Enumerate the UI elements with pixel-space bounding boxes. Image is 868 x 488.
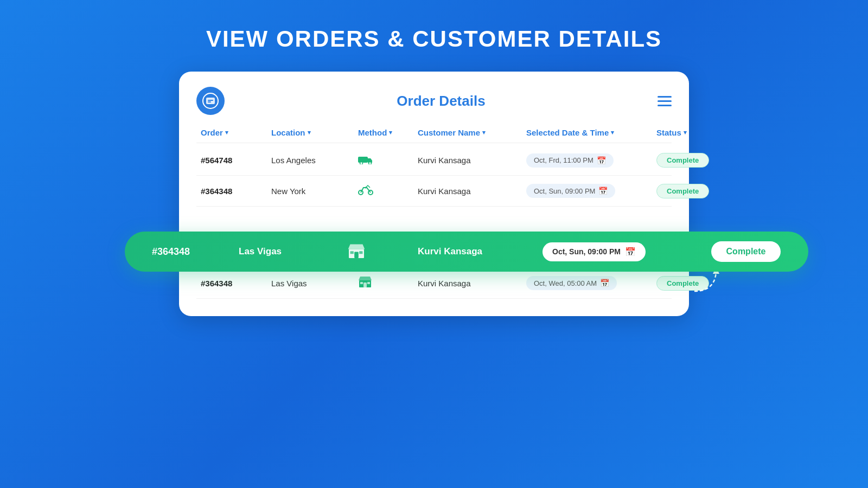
calendar-icon: 📅 (600, 279, 609, 287)
floating-date-badge: Oct, Sun, 09:00 PM 📅 (542, 242, 646, 261)
calendar-icon: 📅 (597, 156, 606, 165)
floating-location: Las Vigas (239, 246, 347, 257)
hamburger-menu[interactable] (658, 96, 672, 106)
col-status[interactable]: Status ▾ (656, 128, 727, 137)
store-icon (358, 275, 418, 291)
calendar-icon: 📅 (598, 187, 608, 195)
col-order[interactable]: Order ▾ (201, 128, 271, 137)
datetime-value: Oct, Wed, 05:00 AM (534, 279, 597, 287)
floating-customer: Kurvi Kansaga (418, 246, 542, 257)
svg-rect-19 (350, 251, 354, 254)
floating-store-icon (347, 243, 418, 260)
customer-value: Kurvi Kansaga (418, 156, 526, 165)
truck-icon (358, 153, 418, 168)
svg-point-5 (360, 162, 363, 164)
svg-rect-2 (208, 100, 213, 101)
page-title: VIEW ORDERS & CUSTOMER DETAILS (206, 26, 662, 52)
customer-chevron: ▾ (482, 129, 486, 136)
location-value: Los Angeles (271, 156, 358, 165)
logo-circle (196, 87, 225, 115)
status-badge: Complete (656, 184, 709, 198)
svg-point-9 (365, 187, 367, 189)
status-chevron: ▾ (684, 129, 687, 136)
location-value: Las Vigas (271, 279, 358, 288)
datetime-chevron: ▾ (611, 129, 614, 136)
hamburger-line-1 (658, 96, 672, 98)
svg-rect-3 (208, 101, 211, 102)
table-row[interactable]: #564748 Los Angeles Kurvi Kansaga Oct, F… (196, 145, 672, 176)
svg-rect-18 (354, 252, 359, 258)
svg-point-6 (369, 162, 372, 164)
table-row[interactable]: #364348 Las Vigas Kurvi Kansaga Oct, Wed… (196, 268, 672, 299)
date-badge: Oct, Sun, 09:00 PM 📅 (526, 184, 615, 198)
date-badge: Oct, Wed, 05:00 AM 📅 (526, 276, 617, 290)
svg-rect-4 (358, 157, 368, 163)
floating-order-number: #364348 (152, 246, 239, 258)
location-value: New York (271, 187, 358, 196)
floating-complete-button[interactable]: Complete (711, 241, 781, 262)
table-header: Order ▾ Location ▾ Method ▾ Customer Nam… (196, 128, 672, 143)
hamburger-line-2 (658, 100, 672, 102)
order-number: #364348 (201, 279, 271, 288)
datetime-value: Oct, Frd, 11:00 PM (534, 156, 593, 164)
svg-rect-15 (360, 282, 363, 284)
order-number: #564748 (201, 156, 271, 165)
date-badge: Oct, Frd, 11:00 PM 📅 (526, 153, 614, 168)
svg-rect-20 (359, 251, 362, 254)
col-location[interactable]: Location ▾ (271, 128, 358, 137)
svg-rect-16 (367, 282, 370, 284)
svg-rect-14 (363, 282, 367, 287)
order-details-card: Order Details Order ▾ Location ▾ Method … (179, 72, 689, 316)
card-title: Order Details (225, 93, 658, 110)
floating-highlighted-row[interactable]: #364348 Las Vigas Kurvi Kansaga Oct, Sun… (125, 232, 808, 272)
location-chevron: ▾ (308, 129, 311, 136)
method-chevron: ▾ (389, 129, 392, 136)
floating-calendar-icon: 📅 (625, 247, 636, 257)
order-number: #364348 (201, 187, 271, 196)
floating-datetime-value: Oct, Sun, 09:00 PM (552, 247, 621, 256)
col-customer[interactable]: Customer Name ▾ (418, 128, 526, 137)
bike-icon (358, 183, 418, 198)
hamburger-line-3 (658, 105, 672, 106)
customer-value: Kurvi Kansaga (418, 187, 526, 196)
status-badge: Complete (656, 153, 709, 168)
order-chevron: ▾ (225, 129, 228, 136)
datetime-value: Oct, Sun, 09:00 PM (534, 187, 595, 195)
col-datetime[interactable]: Selected Date & Time ▾ (526, 128, 656, 137)
card-header: Order Details (196, 87, 672, 115)
customer-value: Kurvi Kansaga (418, 279, 526, 288)
table-row[interactable]: #364348 New York Kurvi Kansaga Oct, Sun,… (196, 176, 672, 207)
col-method[interactable]: Method ▾ (358, 128, 418, 137)
